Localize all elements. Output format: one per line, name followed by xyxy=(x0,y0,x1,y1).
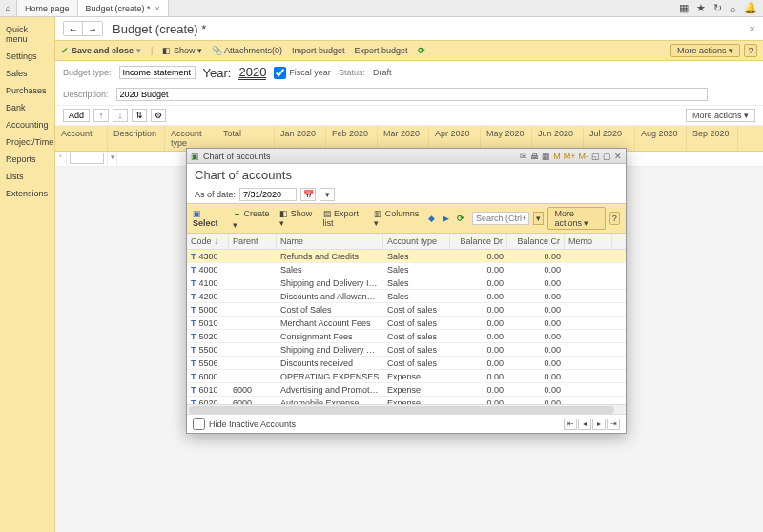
dlg-search-input[interactable] xyxy=(472,212,529,225)
settings-button[interactable]: ⚙ xyxy=(151,109,166,122)
budget-type-label: Budget type: xyxy=(63,68,112,77)
account-row[interactable]: T6000OPERATING EXPENSESExpense0.000.00 xyxy=(187,370,626,383)
save-button[interactable]: ✔Save and close ▾ xyxy=(61,46,141,55)
col-sep[interactable]: Sep 2020 xyxy=(687,126,738,151)
grid-more-actions-button[interactable]: More actions ▾ xyxy=(686,109,755,122)
mem-m[interactable]: M xyxy=(553,152,561,161)
refresh-icon[interactable]: ⟳ xyxy=(418,46,425,55)
col-account[interactable]: Account xyxy=(55,126,108,151)
sidebar-item-purchases[interactable]: Purchases xyxy=(0,82,54,99)
account-row[interactable]: T60206000Automobile ExpenseExpense0.000.… xyxy=(187,397,626,404)
account-row[interactable]: T5010Merchant Account FeesCost of sales0… xyxy=(187,317,626,330)
dialog-close-icon[interactable]: ✕ xyxy=(614,152,622,161)
nav-prev-icon[interactable]: ▶ xyxy=(443,214,449,223)
dlg-more-actions-button[interactable]: More actions ▾ xyxy=(547,207,605,230)
dialog-excel-icon[interactable]: ▦ xyxy=(542,152,550,161)
export-button[interactable]: Export budget xyxy=(355,46,408,55)
move-up-button[interactable]: ↑ xyxy=(93,109,109,122)
dialog-max-icon[interactable]: ▢ xyxy=(603,152,611,161)
dlg-help-button[interactable]: ? xyxy=(609,212,620,225)
sidebar-item-reports[interactable]: Reports xyxy=(0,151,54,168)
nav-fwd-button[interactable]: → xyxy=(83,22,102,35)
account-row[interactable]: T4300Refunds and CreditsSales0.000.00 xyxy=(187,250,626,263)
more-actions-button[interactable]: More actions ▾ xyxy=(670,44,740,57)
nav-first-button[interactable]: ⇤ xyxy=(564,419,577,430)
sidebar-item-accounting[interactable]: Accounting xyxy=(0,116,54,133)
tab-bar: ⌂ Home page Budget (create) *× ▦ ★ ↻ ⌕ 🔔 xyxy=(0,0,763,17)
columns-button[interactable]: ▥ Columns ▾ xyxy=(374,209,421,228)
sidebar-item-bank[interactable]: Bank xyxy=(0,99,54,116)
create-button[interactable]: ＋ Create ▾ xyxy=(233,208,272,230)
star-icon[interactable]: ★ xyxy=(696,2,706,14)
col-aug[interactable]: Aug 2020 xyxy=(635,126,687,151)
sidebar-item-settings[interactable]: Settings xyxy=(0,48,54,65)
account-row[interactable]: T5506Discounts receivedCost of sales0.00… xyxy=(187,357,626,370)
status-label: Status: xyxy=(339,68,365,77)
nav-first-icon[interactable]: ◆ xyxy=(428,214,435,223)
home-icon[interactable]: ⌂ xyxy=(0,0,17,16)
dialog-send-icon[interactable]: ✉ xyxy=(520,152,527,161)
close-tab-icon[interactable]: × xyxy=(155,4,160,13)
bell-icon[interactable]: 🔔 xyxy=(744,2,757,14)
dlg-col-name[interactable]: Name xyxy=(277,234,383,249)
sidebar-item-quickmenu[interactable]: Quick menu xyxy=(0,21,54,48)
sidebar-item-lists[interactable]: Lists xyxy=(0,168,54,185)
year-value[interactable]: 2020 xyxy=(238,65,266,80)
dlg-col-cr[interactable]: Balance Cr xyxy=(507,234,565,249)
budget-type-input[interactable] xyxy=(119,66,196,79)
account-row[interactable]: T60106000Advertising and PromotionExpens… xyxy=(187,383,626,397)
apps-icon[interactable]: ▦ xyxy=(679,2,689,14)
nav-last-button[interactable]: ⇥ xyxy=(607,419,620,430)
dlg-col-parent[interactable]: Parent xyxy=(229,234,277,249)
import-button[interactable]: Import budget xyxy=(292,46,345,55)
nav-buttons: ← → xyxy=(63,21,103,36)
mem-mplus[interactable]: M+ xyxy=(564,152,576,161)
search-icon[interactable]: ⌕ xyxy=(730,3,736,14)
sidebar-item-projecttime[interactable]: Project/Time xyxy=(0,133,54,151)
dialog-pop-icon[interactable]: ◱ xyxy=(591,152,600,161)
asof-dropdown[interactable]: ▾ xyxy=(320,188,335,201)
col-description[interactable]: Description xyxy=(108,126,165,151)
fiscal-year-checkbox[interactable] xyxy=(274,67,286,79)
nav-next-button[interactable]: ▸ xyxy=(592,419,606,430)
calendar-icon[interactable]: 📅 xyxy=(300,188,316,201)
dlg-col-memo[interactable]: Memo xyxy=(565,234,612,249)
sidebar-item-sales[interactable]: Sales xyxy=(0,65,54,82)
add-row-button[interactable]: Add xyxy=(63,109,90,122)
tab-budget[interactable]: Budget (create) *× xyxy=(78,0,169,16)
dlg-col-type[interactable]: Account type xyxy=(383,234,450,249)
asof-input[interactable] xyxy=(239,188,297,201)
tab-home[interactable]: Home page xyxy=(17,0,78,16)
dlg-col-dr[interactable]: Balance Dr xyxy=(450,234,507,249)
close-page-icon[interactable]: × xyxy=(750,23,755,34)
export-list-button[interactable]: ▤ Export list xyxy=(323,209,367,228)
history-icon[interactable]: ↻ xyxy=(713,2,722,14)
account-row[interactable]: T5000Cost of SalesCost of sales0.000.00 xyxy=(187,303,626,317)
nav-back-button[interactable]: ← xyxy=(64,22,83,35)
dialog-h-scrollbar[interactable] xyxy=(187,404,626,414)
dlg-show-button[interactable]: ◧ Show ▾ xyxy=(279,209,315,228)
attachments-button[interactable]: 📎 Attachments(0) xyxy=(212,46,282,55)
help-button[interactable]: ? xyxy=(744,44,757,57)
dlg-refresh-icon[interactable]: ⟳ xyxy=(457,214,464,223)
account-row[interactable]: T4100Shipping and Delivery IncomeSales0.… xyxy=(187,276,626,290)
show-button[interactable]: ◧ Show ▾ xyxy=(162,46,202,55)
move-down-button[interactable]: ↓ xyxy=(113,109,128,122)
account-row[interactable]: T4000SalesSales0.000.00 xyxy=(187,263,626,276)
nav-prev-button[interactable]: ◂ xyxy=(578,419,591,430)
dialog-print-icon[interactable]: 🖶 xyxy=(530,152,539,161)
description-label: Description: xyxy=(63,90,109,99)
account-row[interactable]: T5500Shipping and Delivery ExpenseCost o… xyxy=(187,343,626,357)
select-button[interactable]: ▣ Select xyxy=(193,209,225,228)
sort-button[interactable]: ⇅ xyxy=(132,109,147,122)
account-row[interactable]: T5020Consignment FeesCost of sales0.000.… xyxy=(187,330,626,343)
description-input[interactable] xyxy=(116,88,708,101)
account-row[interactable]: T4200Discounts and AllowancesSales0.000.… xyxy=(187,290,626,303)
hide-inactive-checkbox[interactable] xyxy=(193,418,205,430)
dialog-grid-body[interactable]: T4300Refunds and CreditsSales0.000.00T40… xyxy=(187,250,626,404)
mem-mminus[interactable]: M- xyxy=(579,152,589,161)
sidebar-item-extensions[interactable]: Extensions xyxy=(0,185,54,202)
dlg-col-code[interactable]: Code ↓ xyxy=(187,234,229,249)
search-dropdown[interactable]: ▾ xyxy=(533,212,544,225)
account-cell-input[interactable] xyxy=(70,153,104,164)
